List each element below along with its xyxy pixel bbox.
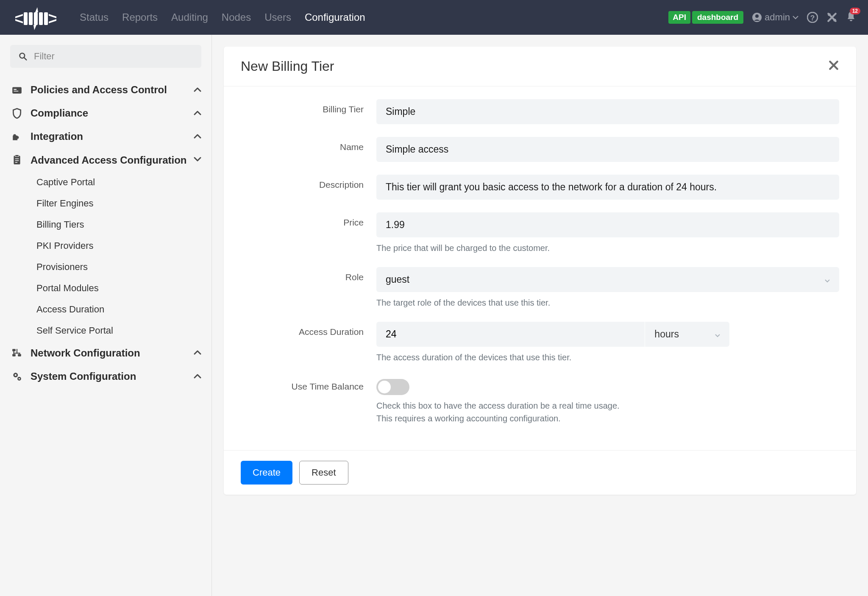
logo-icon <box>12 5 58 30</box>
svg-rect-22 <box>18 354 21 356</box>
user-icon <box>752 12 762 22</box>
form-row-role: Role guest The target role of the device… <box>241 267 839 309</box>
sidebar-item-filter-engines[interactable]: Filter Engines <box>10 193 201 214</box>
sidebar-item-pki-providers[interactable]: PKI Providers <box>10 235 201 256</box>
help-time-balance: Check this box to have the access durati… <box>376 399 839 425</box>
duration-unit-value: hours <box>654 329 679 340</box>
network-icon <box>10 347 24 358</box>
filter-box[interactable] <box>10 45 201 68</box>
form-row-description: Description <box>241 175 839 200</box>
help-icon[interactable]: ? <box>807 12 818 23</box>
input-name[interactable] <box>376 137 839 162</box>
badge-api[interactable]: API <box>668 11 690 24</box>
card-icon <box>10 84 24 95</box>
select-role-value: guest <box>386 274 409 285</box>
svg-text:?: ? <box>810 14 815 22</box>
help-role: The target role of the devices that use … <box>376 296 839 309</box>
gears-icon <box>10 371 24 382</box>
label-name: Name <box>241 137 376 162</box>
chevron-down-icon <box>194 156 201 164</box>
navbar-right: API dashboard admin ? 12 <box>668 11 856 24</box>
input-billing-tier[interactable] <box>376 99 839 124</box>
badge-dashboard[interactable]: dashboard <box>692 11 743 24</box>
notification-bell[interactable]: 12 <box>846 11 856 24</box>
label-access-duration: Access Duration <box>241 322 376 364</box>
svg-rect-4 <box>44 12 48 25</box>
svg-rect-20 <box>15 162 17 163</box>
sidebar-section-advanced[interactable]: Advanced Access Configuration <box>10 148 201 172</box>
nav-links: Status Reports Auditing Nodes Users Conf… <box>80 11 668 23</box>
help-price: The price that will be charged to the cu… <box>376 242 839 254</box>
sidebar-item-captive-portal[interactable]: Captive Portal <box>10 172 201 193</box>
card-header: New Billing Tier <box>224 47 856 86</box>
sidebar-section-compliance[interactable]: Compliance <box>10 101 201 125</box>
puzzle-icon <box>10 131 24 142</box>
caret-down-icon <box>793 15 798 19</box>
top-navbar: Status Reports Auditing Nodes Users Conf… <box>0 0 868 35</box>
tools-icon[interactable] <box>826 12 837 23</box>
label-price: Price <box>241 212 376 254</box>
card: New Billing Tier Billing Tier Name <box>224 47 856 495</box>
sidebar-label: Policies and Access Control <box>31 83 187 96</box>
sidebar-item-self-service[interactable]: Self Service Portal <box>10 320 201 341</box>
chevron-up-icon <box>194 86 201 94</box>
svg-rect-16 <box>14 156 20 164</box>
card-body: Billing Tier Name Description <box>224 86 856 450</box>
chevron-up-icon <box>194 373 201 380</box>
select-role[interactable]: guest <box>376 267 839 292</box>
nav-users[interactable]: Users <box>264 11 291 23</box>
nav-configuration[interactable]: Configuration <box>305 11 365 23</box>
sidebar-label: System Configuration <box>31 370 187 383</box>
svg-rect-2 <box>34 12 38 25</box>
sidebar-section-integration[interactable]: Integration <box>10 125 201 148</box>
label-role: Role <box>241 267 376 309</box>
svg-rect-23 <box>12 354 16 356</box>
svg-rect-13 <box>12 87 22 93</box>
svg-rect-0 <box>24 12 28 25</box>
sidebar-section-policies[interactable]: Policies and Access Control <box>10 78 201 101</box>
page-title: New Billing Tier <box>241 58 334 74</box>
nav-auditing[interactable]: Auditing <box>171 11 208 23</box>
sidebar-label: Integration <box>31 130 187 143</box>
card-footer: Create Reset <box>224 450 856 495</box>
input-price[interactable] <box>376 212 839 237</box>
select-duration-unit[interactable]: hours <box>645 322 729 347</box>
nav-reports[interactable]: Reports <box>122 11 158 23</box>
input-access-duration[interactable] <box>376 322 645 347</box>
create-button[interactable]: Create <box>241 461 292 485</box>
toggle-time-balance[interactable] <box>376 379 409 395</box>
svg-point-9 <box>828 13 831 16</box>
svg-rect-21 <box>12 349 16 351</box>
svg-rect-15 <box>14 91 18 92</box>
sidebar: Policies and Access Control Compliance I… <box>0 35 212 596</box>
sidebar-section-network[interactable]: Network Configuration <box>10 341 201 365</box>
form-row-time-balance: Use Time Balance Check this box to have … <box>241 376 839 425</box>
svg-point-6 <box>755 14 759 18</box>
sidebar-item-provisioners[interactable]: Provisioners <box>10 256 201 278</box>
user-menu[interactable]: admin <box>752 12 798 23</box>
form-row-name: Name <box>241 137 839 162</box>
svg-rect-1 <box>29 12 33 25</box>
svg-point-27 <box>19 378 20 379</box>
input-description[interactable] <box>376 175 839 200</box>
close-button[interactable] <box>828 58 839 74</box>
close-icon <box>828 60 839 71</box>
nav-nodes[interactable]: Nodes <box>222 11 251 23</box>
sidebar-item-portal-modules[interactable]: Portal Modules <box>10 278 201 299</box>
reset-button[interactable]: Reset <box>299 461 348 485</box>
svg-point-25 <box>15 374 17 376</box>
svg-rect-19 <box>15 160 19 161</box>
svg-line-12 <box>24 58 27 60</box>
chevron-up-icon <box>194 109 201 117</box>
notification-count: 12 <box>850 8 860 14</box>
label-billing-tier: Billing Tier <box>241 99 376 124</box>
nav-status[interactable]: Status <box>80 11 108 23</box>
logo[interactable] <box>12 5 58 30</box>
svg-rect-14 <box>14 89 17 89</box>
sidebar-section-system[interactable]: System Configuration <box>10 365 201 388</box>
label-description: Description <box>241 175 376 200</box>
filter-input[interactable] <box>34 51 193 62</box>
form-row-price: Price The price that will be charged to … <box>241 212 839 254</box>
sidebar-item-billing-tiers[interactable]: Billing Tiers <box>10 214 201 235</box>
sidebar-item-access-duration[interactable]: Access Duration <box>10 299 201 320</box>
